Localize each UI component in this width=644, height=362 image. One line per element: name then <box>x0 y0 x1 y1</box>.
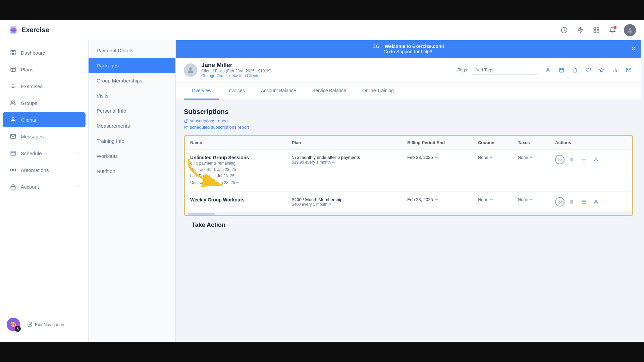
row2-cancel-button[interactable] <box>555 197 565 206</box>
sidebar-item-automations[interactable]: Automations <box>3 162 86 178</box>
sidebar-item-messages[interactable]: Messages <box>3 129 86 144</box>
tabs-bar: Overview Invoices Account Balance Servic… <box>176 82 641 100</box>
col-actions: Actions <box>550 136 632 149</box>
schedule-icon <box>9 149 17 157</box>
client-nav-personal-info[interactable]: Personal Info <box>89 103 175 118</box>
svg-rect-10 <box>14 50 15 52</box>
row1-card-button[interactable] <box>579 155 589 164</box>
sidebar-item-schedule[interactable]: Schedule › <box>3 145 86 161</box>
table-container: Name Plan Billing Period End Coupon Taxe… <box>184 135 633 216</box>
bolt-icon[interactable] <box>576 25 585 35</box>
sidebar-item-exercises[interactable]: Exercises <box>3 78 86 94</box>
sidebar-item-clients[interactable]: Clients <box>3 112 86 127</box>
grid-icon[interactable] <box>592 25 601 35</box>
star-icon[interactable] <box>597 65 606 75</box>
client-nav-packages[interactable]: Packages <box>89 58 175 73</box>
row2-person-button[interactable] <box>591 197 601 206</box>
sidebar-item-dashboard[interactable]: Dashboard <box>3 45 86 60</box>
email-icon[interactable] <box>624 65 633 75</box>
row1-price-edit-icon[interactable]: ✏ <box>332 160 335 165</box>
sidebar-item-plans[interactable]: Plans <box>3 62 86 77</box>
row1-person-button[interactable] <box>591 155 601 164</box>
edit-navigation-button[interactable]: Edit Navigation <box>23 319 68 330</box>
client-nav-nutrition[interactable]: Nutrition <box>89 164 175 179</box>
row1-taxes-edit-icon[interactable]: ✏ <box>530 155 533 160</box>
tab-account-balance[interactable]: Account Balance <box>253 82 304 100</box>
clock-icon[interactable] <box>559 25 569 35</box>
client-nav-visits[interactable]: Visits <box>89 88 175 103</box>
chart-icon[interactable] <box>610 65 620 75</box>
back-to-clients-link[interactable]: Back to Clients <box>232 73 259 78</box>
row1-pause-button[interactable] <box>567 155 577 164</box>
col-billing-period: Billing Period End <box>402 136 473 149</box>
svg-point-23 <box>547 68 549 70</box>
row2-date-edit-icon[interactable]: ✏ <box>435 197 438 202</box>
row1-date-edit-icon[interactable]: ✏ <box>435 155 438 160</box>
bottom-bar <box>0 342 644 362</box>
row2-price-edit-icon[interactable]: ✏ <box>329 202 332 206</box>
row1-coupon-edit-icon[interactable]: ✏ <box>490 155 493 160</box>
user-avatar-small: 🎨 8 <box>7 318 20 331</box>
user-avatar[interactable] <box>624 24 636 36</box>
heart-icon[interactable] <box>584 65 593 75</box>
page-scrollbar[interactable] <box>641 40 644 342</box>
messages-label: Messages <box>21 134 44 139</box>
table-scrollbar-thumb <box>188 213 215 215</box>
exercise-logo-icon <box>8 25 19 36</box>
col-plan: Plan <box>286 136 402 149</box>
client-avatar <box>184 63 197 77</box>
svg-rect-6 <box>594 31 596 33</box>
svg-rect-39 <box>582 158 586 161</box>
person-icon[interactable] <box>543 65 553 75</box>
row2-pause-button[interactable] <box>567 197 577 206</box>
svg-line-36 <box>558 158 561 161</box>
sidebar-bottom: 🎨 8 Edit Navigation <box>0 311 88 338</box>
row1-meta: 6 / 6 payments remaining Contract Start:… <box>190 160 281 186</box>
tab-service-balance[interactable]: Service Balance <box>304 82 354 100</box>
announcement-bar: ZG: Welcome to Exercise.com! Go to Suppo… <box>176 40 641 58</box>
table-row: Unlimited Group Sessions 6 / 6 payments … <box>185 149 632 192</box>
change-client-link[interactable]: Change Client <box>201 73 227 78</box>
col-name: Name <box>185 136 286 149</box>
tab-online-training[interactable]: Online Training <box>354 82 402 100</box>
row2-taxes-edit-icon[interactable]: ✏ <box>530 197 533 202</box>
client-nav-measurements[interactable]: Measurements <box>89 118 175 133</box>
client-meta: Client / Billed (Feb 23rd, 2025 - $19.99… <box>201 69 272 73</box>
announcement-prefix: ZG: <box>373 44 381 49</box>
contract-end-edit-icon[interactable]: ✏ <box>236 180 239 186</box>
client-nav-workouts[interactable]: Workouts <box>89 148 175 164</box>
svg-rect-13 <box>11 67 15 72</box>
subscriptions-report-link[interactable]: subscriptions report <box>184 118 633 123</box>
svg-rect-37 <box>571 158 572 161</box>
announcement-close-button[interactable]: ✕ <box>631 45 636 53</box>
tab-invoices[interactable]: Invoices <box>219 82 253 100</box>
row1-name-cell: Unlimited Group Sessions 6 / 6 payments … <box>185 149 286 192</box>
row1-cancel-button[interactable] <box>555 155 565 164</box>
client-nav-training-info[interactable]: Training Info <box>89 133 175 148</box>
col-coupon: Coupon <box>473 136 513 149</box>
sidebar-item-groups[interactable]: Groups <box>3 95 86 111</box>
table-header-row: Name Plan Billing Period End Coupon Taxe… <box>185 136 632 149</box>
row1-coupon-cell: None ✏ <box>473 149 513 192</box>
document-icon[interactable] <box>570 65 580 75</box>
bell-icon[interactable] <box>608 25 617 35</box>
row1-name: Unlimited Group Sessions <box>190 155 281 160</box>
schedule-label: Schedule <box>21 150 42 156</box>
svg-rect-4 <box>594 27 596 29</box>
client-action-icons <box>543 65 633 75</box>
table-scrollbar[interactable] <box>185 213 632 215</box>
row2-coupon: None ✏ <box>478 197 507 202</box>
dashboard-label: Dashboard <box>21 50 45 56</box>
client-nav-group-memberships[interactable]: Group Memberships <box>89 73 175 88</box>
tab-overview[interactable]: Overview <box>184 82 219 100</box>
svg-rect-45 <box>572 200 573 203</box>
row2-coupon-edit-icon[interactable]: ✏ <box>490 197 493 202</box>
scheduled-subscriptions-report-link[interactable]: scheduled subscriptions report <box>184 125 633 130</box>
row2-card-button[interactable] <box>579 197 589 206</box>
client-nav-payment-details[interactable]: Payment Details <box>89 43 175 58</box>
account-label: Account <box>21 184 39 190</box>
tags-input[interactable] <box>471 65 538 75</box>
svg-line-43 <box>558 200 561 203</box>
calendar-action-icon[interactable] <box>557 65 566 75</box>
sidebar-item-account[interactable]: Account › <box>3 179 86 194</box>
